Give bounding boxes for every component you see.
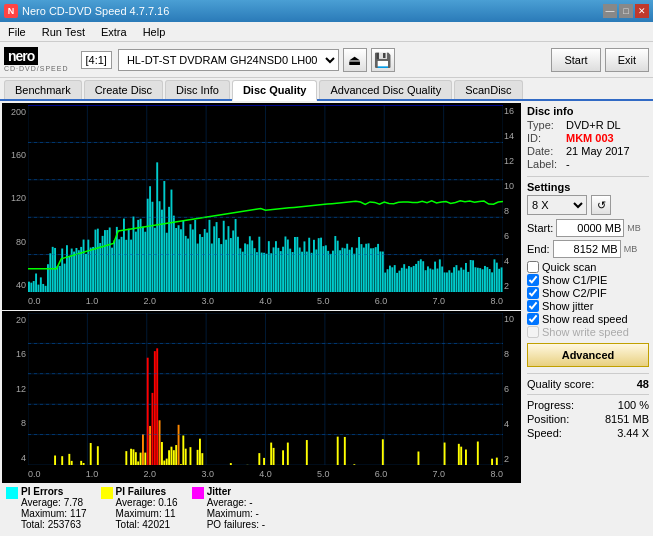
tab-scan-disc[interactable]: ScanDisc xyxy=(454,80,522,99)
pi-failures-total-value: 42021 xyxy=(142,519,170,530)
pi-errors-color xyxy=(6,487,18,499)
save-icon-btn[interactable]: 💾 xyxy=(371,48,395,72)
show-c2-pif-row: Show C2/PIF xyxy=(527,287,649,299)
show-jitter-row: Show jitter xyxy=(527,300,649,312)
jitter-label: Jitter xyxy=(207,486,265,497)
chart-section: 200 160 120 80 40 16 14 12 10 8 6 4 2 0. xyxy=(2,103,521,533)
menu-run-test[interactable]: Run Test xyxy=(34,24,93,40)
top-y-left-axis: 200 160 120 80 40 xyxy=(2,105,28,292)
pi-failures-total-label: Total: xyxy=(116,519,140,530)
title-bar-text: Nero CD-DVD Speed 4.7.7.16 xyxy=(22,5,169,17)
id-label: ID: xyxy=(527,132,562,144)
tab-disc-info[interactable]: Disc Info xyxy=(165,80,230,99)
show-c1-pie-checkbox[interactable] xyxy=(527,274,539,286)
show-c1-pie-label: Show C1/PIE xyxy=(542,274,607,286)
bottom-y-left-axis: 20 16 12 8 4 xyxy=(2,313,28,465)
speed-select[interactable]: 8 X xyxy=(527,195,587,215)
show-c2-pif-checkbox[interactable] xyxy=(527,287,539,299)
top-chart: 200 160 120 80 40 16 14 12 10 8 6 4 2 0. xyxy=(2,103,521,310)
quick-scan-checkbox[interactable] xyxy=(527,261,539,273)
show-read-speed-row: Show read speed xyxy=(527,313,649,325)
pi-errors-label: PI Errors xyxy=(21,486,87,497)
pi-errors-max-label: Maximum: xyxy=(21,508,67,519)
jitter-po-value: - xyxy=(262,519,265,530)
top-x-axis: 0.0 1.0 2.0 3.0 4.0 5.0 6.0 7.0 8.0 xyxy=(28,292,503,310)
start-input[interactable] xyxy=(556,219,624,237)
pi-errors-avg-label: Average: xyxy=(21,497,61,508)
advanced-button[interactable]: Advanced xyxy=(527,343,649,367)
start-field-row: Start: MB xyxy=(527,219,649,237)
app-icon: N xyxy=(4,4,18,18)
position-value: 8151 MB xyxy=(605,413,649,425)
close-button[interactable]: ✕ xyxy=(635,4,649,18)
tab-disc-quality[interactable]: Disc Quality xyxy=(232,80,318,101)
jitter-avg-value: - xyxy=(249,497,252,508)
menu-bar: File Run Test Extra Help xyxy=(0,22,653,42)
top-y-right-axis: 16 14 12 10 8 6 4 2 xyxy=(503,105,521,292)
show-c1-pie-row: Show C1/PIE xyxy=(527,274,649,286)
settings-section: Settings 8 X ↺ Start: MB End: MB Quick s… xyxy=(527,181,649,367)
progress-row: Progress: 100 % xyxy=(527,399,649,411)
tab-advanced-disc-quality[interactable]: Advanced Disc Quality xyxy=(319,80,452,99)
speed-label: Speed: xyxy=(527,427,562,439)
show-write-speed-label: Show write speed xyxy=(542,326,629,338)
legend-area: PI Errors Average: 7.78 Maximum: 117 Tot… xyxy=(2,483,521,533)
type-label: Type: xyxy=(527,119,562,131)
start-label: Start: xyxy=(527,222,553,234)
show-jitter-checkbox[interactable] xyxy=(527,300,539,312)
pi-failures-avg-label: Average: xyxy=(116,497,156,508)
y-label-160: 160 xyxy=(2,150,28,160)
title-bar: N Nero CD-DVD Speed 4.7.7.16 — □ ✕ xyxy=(0,0,653,22)
pi-errors-max-value: 117 xyxy=(70,508,87,519)
logo-area: nero CD·DVD/SPEED xyxy=(4,47,69,72)
speed-row: 8 X ↺ xyxy=(527,195,649,215)
date-label: Date: xyxy=(527,145,562,157)
quality-score-label: Quality score: xyxy=(527,378,594,390)
id-value: MKM 003 xyxy=(566,132,614,144)
pi-failures-label: PI Failures xyxy=(116,486,178,497)
menu-extra[interactable]: Extra xyxy=(93,24,135,40)
show-write-speed-checkbox[interactable] xyxy=(527,326,539,338)
eject-icon-btn[interactable]: ⏏ xyxy=(343,48,367,72)
divider-2 xyxy=(527,373,649,374)
disc-label-value: - xyxy=(566,158,570,170)
tab-benchmark[interactable]: Benchmark xyxy=(4,80,82,99)
end-input[interactable] xyxy=(553,240,621,258)
menu-help[interactable]: Help xyxy=(135,24,174,40)
jitter-max-label: Maximum: xyxy=(207,508,253,519)
tab-create-disc[interactable]: Create Disc xyxy=(84,80,163,99)
settings-title: Settings xyxy=(527,181,649,193)
toolbar: nero CD·DVD/SPEED [4:1] HL-DT-ST DVDRAM … xyxy=(0,42,653,78)
right-panel: Disc info Type: DVD+R DL ID: MKM 003 Dat… xyxy=(523,101,653,535)
show-write-speed-row: Show write speed xyxy=(527,326,649,338)
refresh-icon-btn[interactable]: ↺ xyxy=(591,195,611,215)
tabs-bar: Benchmark Create Disc Disc Info Disc Qua… xyxy=(0,78,653,101)
drive-label: [4:1] xyxy=(81,51,112,69)
bottom-chart-canvas xyxy=(28,313,503,465)
legend-jitter: Jitter Average: - Maximum: - PO failures… xyxy=(192,486,265,530)
exit-button[interactable]: Exit xyxy=(605,48,649,72)
show-read-speed-label: Show read speed xyxy=(542,313,628,325)
drive-select[interactable]: HL-DT-ST DVDRAM GH24NSD0 LH00 xyxy=(118,49,339,71)
quick-scan-row: Quick scan xyxy=(527,261,649,273)
start-button[interactable]: Start xyxy=(551,48,600,72)
menu-file[interactable]: File xyxy=(0,24,34,40)
disc-info-title: Disc info xyxy=(527,105,649,117)
pi-errors-total-value: 253763 xyxy=(48,519,81,530)
disc-info-section: Disc info Type: DVD+R DL ID: MKM 003 Dat… xyxy=(527,105,649,170)
type-value: DVD+R DL xyxy=(566,119,621,131)
quick-scan-label: Quick scan xyxy=(542,261,596,273)
date-value: 21 May 2017 xyxy=(566,145,630,157)
minimize-button[interactable]: — xyxy=(603,4,617,18)
start-mb-label: MB xyxy=(627,223,641,233)
progress-value: 100 % xyxy=(618,399,649,411)
end-mb-label: MB xyxy=(624,244,638,254)
maximize-button[interactable]: □ xyxy=(619,4,633,18)
bottom-y-right-axis: 10 8 6 4 2 xyxy=(503,313,521,465)
top-chart-canvas xyxy=(28,105,503,292)
show-read-speed-checkbox[interactable] xyxy=(527,313,539,325)
speed-row-prog: Speed: 3.44 X xyxy=(527,427,649,439)
y-label-120: 120 xyxy=(2,193,28,203)
main-content: 200 160 120 80 40 16 14 12 10 8 6 4 2 0. xyxy=(0,101,653,535)
window-controls: — □ ✕ xyxy=(603,4,649,18)
